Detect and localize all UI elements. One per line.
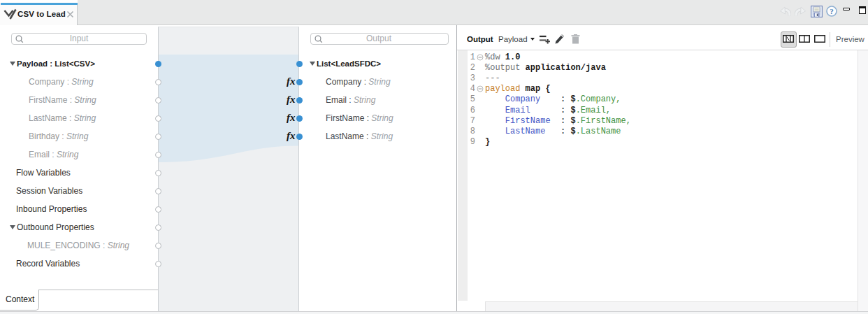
svg-text:?: ? bbox=[830, 7, 834, 15]
